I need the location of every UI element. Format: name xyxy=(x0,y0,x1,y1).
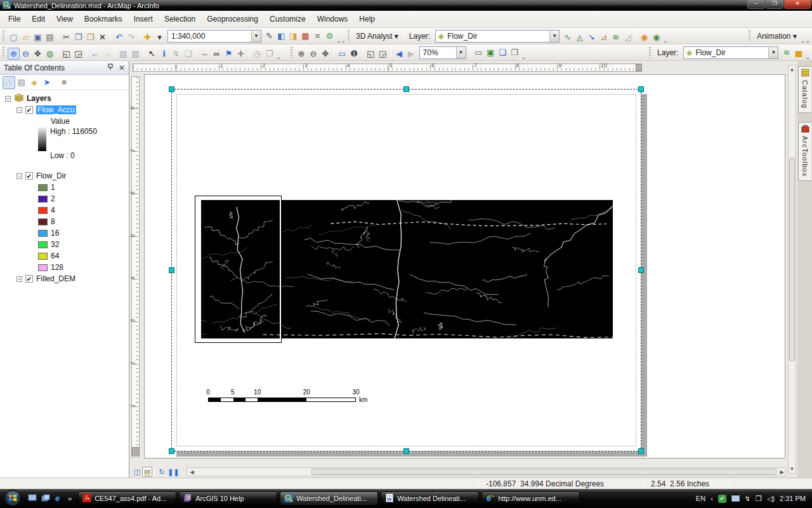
measure-icon[interactable]: ⇔ xyxy=(199,48,211,60)
toolbar-overflow-icon[interactable]: ⌄ xyxy=(663,37,668,44)
menu-bookmarks[interactable]: Bookmarks xyxy=(79,12,128,26)
toolbar-overflow-icon[interactable]: ⌄⌄ xyxy=(801,37,810,44)
refresh-view-icon[interactable]: ↻ xyxy=(157,467,167,477)
create-contour-icon[interactable]: ≋ xyxy=(780,46,792,58)
language-indicator[interactable]: EN xyxy=(696,495,705,502)
toolbar-overflow-icon[interactable]: ⌄ xyxy=(276,54,281,60)
restore-button[interactable]: ❐ xyxy=(766,0,783,9)
pan-icon[interactable]: ✥ xyxy=(32,48,44,60)
taskbar-task[interactable]: ehttp://www.unm.ed... xyxy=(481,491,580,505)
tree-item-flow-accu[interactable]: − ✔ Flow_Accu xyxy=(0,104,129,116)
focus-data-frame-icon[interactable]: ▣ xyxy=(485,46,497,58)
legend-class-row[interactable]: 2 xyxy=(0,193,129,204)
select-elements-icon[interactable]: ↖ xyxy=(146,48,158,60)
scale-bar[interactable]: km 05102030 xyxy=(202,389,386,410)
print-icon[interactable]: ▤ xyxy=(44,31,56,43)
identify-icon[interactable]: ℹ xyxy=(158,48,170,60)
close-icon[interactable]: ✕ xyxy=(119,64,125,72)
quick-launch-overflow-icon[interactable]: » xyxy=(68,495,72,502)
scroll-right-icon[interactable]: ▶ xyxy=(778,469,785,475)
legend-class-swatch[interactable] xyxy=(38,253,48,260)
delete-icon[interactable]: ✕ xyxy=(96,31,108,43)
editor-toolbar-icon[interactable]: ✎ xyxy=(263,30,275,42)
layout-view[interactable]: km 05102030 1234567891087654321 ▲ ▼ ◀ ▶ … xyxy=(129,61,797,478)
toolbar-grip[interactable] xyxy=(3,47,6,58)
collapse-icon[interactable]: − xyxy=(5,96,11,102)
html-popup-icon[interactable]: ❑ xyxy=(182,48,194,60)
menu-insert[interactable]: Insert xyxy=(128,12,159,26)
toolbar-overflow-icon[interactable]: ⌄⌄ xyxy=(336,37,346,44)
table-of-contents-window-icon[interactable]: ◧ xyxy=(275,30,287,42)
profile-graph-icon[interactable]: ⊿ xyxy=(598,31,610,43)
vertical-scrollbar[interactable]: ▲ ▼ xyxy=(788,65,796,474)
scroll-down-icon[interactable]: ▼ xyxy=(789,466,796,472)
new-map-icon[interactable]: ▢ xyxy=(8,31,20,43)
undo-icon[interactable]: ↶ xyxy=(113,31,125,43)
chevron-down-icon[interactable]: ▼ xyxy=(768,47,778,58)
toolbar-grip[interactable] xyxy=(3,30,6,41)
extent-rectangle[interactable] xyxy=(195,196,281,342)
paste-icon[interactable]: ❒ xyxy=(84,31,96,43)
collapse-icon[interactable]: − xyxy=(16,173,22,179)
layout-zoom-in-icon[interactable]: ⊕ xyxy=(296,48,308,60)
zoom-in-icon[interactable]: ⊕ xyxy=(8,48,20,60)
back-page-icon[interactable]: ◀ xyxy=(393,48,405,60)
chevron-down-icon[interactable]: ▼ xyxy=(549,30,559,42)
expand-icon[interactable]: + xyxy=(16,276,22,282)
analyst-layer-combo[interactable]: ◈ Flow_Dir ▼ xyxy=(435,30,560,43)
open-icon[interactable]: ▱ xyxy=(20,31,32,43)
layer-checkbox[interactable]: ✔ xyxy=(25,275,33,283)
horizontal-scroll-thumb[interactable] xyxy=(311,469,776,475)
go-to-xy-icon[interactable]: ✛ xyxy=(235,48,247,60)
tree-item-label[interactable]: Flow_Accu xyxy=(36,105,76,114)
viewer-window-icon[interactable]: ❐ xyxy=(263,48,275,60)
toolbar-grip[interactable] xyxy=(749,30,752,41)
catalog-window-icon[interactable]: ◨ xyxy=(287,30,299,42)
arctoolbox-window-icon[interactable]: ▦ xyxy=(299,30,311,42)
layout-zoom-combo[interactable]: 70% ▼ xyxy=(419,46,466,59)
scroll-up-icon[interactable]: ▲ xyxy=(789,67,796,72)
legend-class-swatch[interactable] xyxy=(38,241,48,248)
start-button[interactable] xyxy=(4,489,22,508)
selection-handle[interactable] xyxy=(169,86,174,92)
collapse-icon[interactable]: − xyxy=(16,107,22,113)
forward-extent-icon[interactable]: → xyxy=(101,48,113,60)
modelbuilder-window-icon[interactable]: ⚙ xyxy=(324,30,336,42)
legend-class-swatch[interactable] xyxy=(38,218,48,225)
menu-customize[interactable]: Customize xyxy=(264,12,311,26)
arcscene-icon[interactable]: ◉ xyxy=(650,31,662,43)
legend-class-row[interactable]: 128 xyxy=(0,262,129,273)
toolbar-grip[interactable] xyxy=(348,30,351,41)
tree-item-label[interactable]: Flow_Dir xyxy=(36,171,66,180)
selection-handle[interactable] xyxy=(169,267,174,273)
python-window-icon[interactable]: ≡ xyxy=(311,30,324,42)
taskbar-task[interactable]: CE547_ass4.pdf - Ad... xyxy=(78,491,176,505)
menu-edit[interactable]: Edit xyxy=(26,12,51,26)
network-tray-icon[interactable]: ❒ xyxy=(756,495,762,503)
tab-catalog[interactable]: Catalog xyxy=(798,66,811,113)
toolbar-grip[interactable] xyxy=(649,47,653,58)
tree-item-layers[interactable]: − Layers xyxy=(0,93,129,104)
selection-handle[interactable] xyxy=(403,448,409,454)
list-by-drawing-order-icon[interactable]: ∴ xyxy=(3,76,15,89)
internet-explorer-icon[interactable]: e xyxy=(55,493,63,504)
tray-chevron-icon[interactable]: ‹ xyxy=(710,495,713,502)
toolbar-overflow-icon[interactable]: ⌄ xyxy=(805,54,810,60)
legend-class-swatch[interactable] xyxy=(38,264,48,271)
tree-item-filled-dem[interactable]: + ✔ Filled_DEM xyxy=(0,273,129,284)
pause-drawing-icon[interactable]: ❚❚ xyxy=(167,467,177,477)
legend-class-row[interactable]: 4 xyxy=(0,204,129,216)
menu-view[interactable]: View xyxy=(51,12,79,26)
map-scale-combo[interactable]: 1:340,000 ▼ xyxy=(167,30,261,43)
list-by-source-icon[interactable]: ▤ xyxy=(15,76,28,89)
copy-icon[interactable]: ❐ xyxy=(72,31,84,43)
selection-handle[interactable] xyxy=(638,86,644,92)
legend-class-row[interactable]: 8 xyxy=(0,216,129,227)
volume-tray-icon[interactable]: ◁) xyxy=(767,495,775,503)
layer-checkbox[interactable]: ✔ xyxy=(25,106,33,114)
data-view-icon[interactable]: ◫ xyxy=(132,467,142,477)
vertical-scroll-thumb[interactable] xyxy=(789,157,795,361)
scroll-left-icon[interactable]: ◀ xyxy=(188,469,195,475)
cut-icon[interactable]: ✂ xyxy=(60,31,72,43)
histogram-icon[interactable]: ▅ xyxy=(792,46,804,58)
